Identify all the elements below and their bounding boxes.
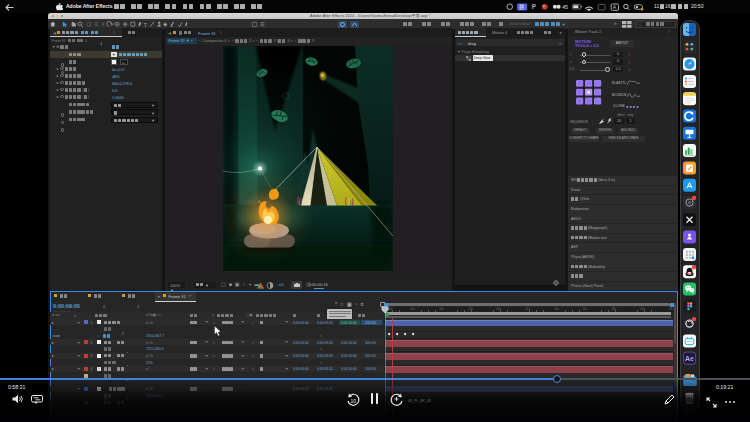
svg-text:拼: 拼 xyxy=(519,4,525,10)
svg-text:A: A xyxy=(613,4,617,10)
svg-text:45: 45 xyxy=(562,4,568,10)
svg-text:T: T xyxy=(144,21,148,27)
svg-text:Ae: Ae xyxy=(685,355,694,362)
svg-text:Gi: Gi xyxy=(687,398,691,402)
svg-text:P: P xyxy=(532,3,537,10)
svg-text:10: 10 xyxy=(351,397,357,403)
